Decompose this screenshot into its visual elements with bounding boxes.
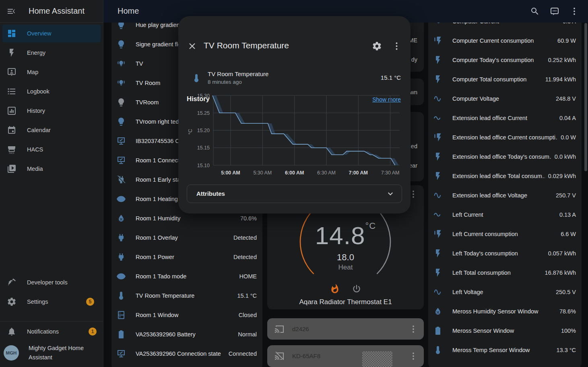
notifications-badge: 1 [89,328,97,336]
temperature-unit: °C [365,221,376,231]
scrollbar-thumb[interactable] [584,23,587,171]
sidebar-item[interactable]: Overview [2,25,101,42]
entity-row[interactable]: Computer Voltage 248.8 V [428,89,582,108]
sidebar-item[interactable]: History [2,102,101,120]
entity-name: TV Room Temperature [136,292,234,299]
sidebar-item-badge: 5 [86,298,94,306]
sidebar-item[interactable]: Calendar [2,121,101,139]
entity-icon [116,252,126,262]
entity-icon [116,78,126,88]
entity-row[interactable]: Meross Humidity Sensor Window 78.6% [428,302,582,321]
sidebar-item[interactable]: HACS HACS [2,141,101,158]
card-menu-icon[interactable] [409,324,418,334]
sidebar-item-notifications[interactable]: Notifications 1 [0,323,103,340]
entity-row[interactable]: Room 1 Power Detected [111,247,262,267]
sidebar-item-label: Notifications [27,328,59,335]
settings-gear-icon[interactable] [372,41,382,51]
close-icon[interactable] [187,41,197,51]
entity-row[interactable]: VA2536392960 Connection state Connected [111,344,262,363]
current-temperature: 14.8°C [267,221,424,250]
app-window: Hue play gradient Signe gradient flo TV [0,0,588,367]
entity-state: Detected [233,234,257,241]
entity-row[interactable]: Room 1 Overlay Detected [111,228,262,247]
sidebar-item[interactable]: Map [2,63,101,81]
entity-row[interactable]: Room 1 Window Closed [111,305,262,325]
svg-text:15.15: 15.15 [197,145,210,151]
sidebar-item-icon [7,87,17,96]
entity-row[interactable]: Computer Today's consumption 0.252 kWh [428,50,582,70]
sidebar-item-label: Energy [27,50,45,56]
entity-row[interactable]: Left Today's consumption 0.057 kWh [428,244,582,263]
entity-row[interactable]: Computer Current consumption 60.9 W [428,31,582,50]
entity-row[interactable]: Computer Total consumption 11.994 kWh [428,70,582,89]
svg-text:15.25: 15.25 [197,110,210,116]
entity-row[interactable]: TV Room Temperature 15.1 °C [111,286,262,305]
entity-icon [116,97,126,107]
entity-icon [433,36,443,46]
svg-text:6:30 AM: 6:30 AM [317,170,336,176]
media-player-card[interactable]: d2426 [267,318,424,340]
sidebar-header: Home Assistant [0,0,103,23]
svg-text:6:00 AM: 6:00 AM [285,170,304,176]
cast-off-icon [274,351,284,361]
entity-state: Connected [229,350,257,357]
entity-name: Room 1 Power [136,254,230,260]
overflow-menu-icon[interactable] [569,6,579,16]
sidebar-item-label: Map [27,69,38,75]
entity-name: Room 1 Overlay [136,234,230,241]
history-chart: 15.3015.2515.2015.1515.105:00 AM5:30 AM6… [186,93,411,195]
entity-row[interactable]: Extension lead office Voltage 250.7 V [428,186,582,205]
user-profile[interactable]: MGH Mighty Gadget Home Assistant [0,340,103,365]
entity-row[interactable]: Extension lead office Total consum… 0.02… [428,166,582,186]
entity-icon [116,136,126,146]
entity-state: 0.13 A [559,211,576,218]
sidebar-item[interactable]: Energy [2,44,101,62]
entity-name: Room 1 Tado mode [136,273,236,280]
entity-row[interactable]: Meross Temp Sensor Window 13.3 °C [428,340,582,360]
sidebar-toggle-icon[interactable] [6,6,16,16]
dialog-menu-icon[interactable] [392,41,402,51]
power-off-mode-icon[interactable] [351,284,362,294]
sidebar-item-icon [7,164,17,174]
entity-row[interactable]: Left Current consumption 6.6 W [428,224,582,244]
attributes-expander[interactable]: Attributes [187,185,402,203]
entity-state: 0.0 W [561,134,576,141]
sidebar-item[interactable]: Settings 5 [2,293,101,311]
entity-summary-row[interactable]: TV Room Temperature 8 minutes ago 15.1 °… [178,68,411,89]
entity-row[interactable]: Left Voltage 250.5 V [428,282,582,302]
media-player-card[interactable]: KD-65AF8 [267,345,424,367]
entity-row[interactable]: Left Current 0.13 A [428,205,582,224]
entity-icon [433,287,443,297]
search-icon[interactable] [530,6,540,16]
heat-mode-icon[interactable] [330,284,340,294]
entity-icon [433,249,443,258]
assist-chat-icon[interactable] [550,6,559,16]
svg-text:HACS: HACS [9,152,14,154]
entity-row[interactable]: Extension lead office Current 0.04 A [428,108,582,128]
entity-name: Room 1 Humidity [136,215,237,222]
occluded-value-fragment: ed [411,143,417,149]
entity-row[interactable]: VA2536392960 Battery Normal [111,325,262,344]
entity-state: 15.1 °C [381,74,401,81]
entity-icon [116,156,126,165]
avatar: MGH [4,345,19,361]
sidebar-item-icon [7,67,17,77]
hvac-mode-label: Heat [267,263,424,272]
entity-state: 248.8 V [556,95,576,102]
entity-row[interactable]: Meross Sensor Window 100% [428,321,582,340]
sidebar-item[interactable]: Developer tools [2,274,101,291]
entity-state: 250.5 V [556,289,576,295]
sidebar-item-icon [7,48,17,58]
entity-icon [116,291,126,301]
entity-name: Computer Today's consumption [452,57,545,63]
sidebar-item[interactable]: Media [2,160,101,178]
sidebar-item-label: History [27,108,45,114]
entity-name: Extension lead office Today's consum… [452,153,551,160]
entity-row[interactable]: Left Total consumption 16.876 kWh [428,263,582,282]
entity-row[interactable]: Room 1 Tado mode HOME [111,267,262,286]
sidebar-item[interactable]: Logbook [2,83,101,100]
card-menu-icon[interactable] [409,351,418,361]
entity-row[interactable]: Extension lead office Current consumpti…… [428,128,582,147]
entity-row[interactable]: Extension lead office Today's consum… 0.… [428,147,582,166]
svg-text:°C: °C [188,129,193,135]
